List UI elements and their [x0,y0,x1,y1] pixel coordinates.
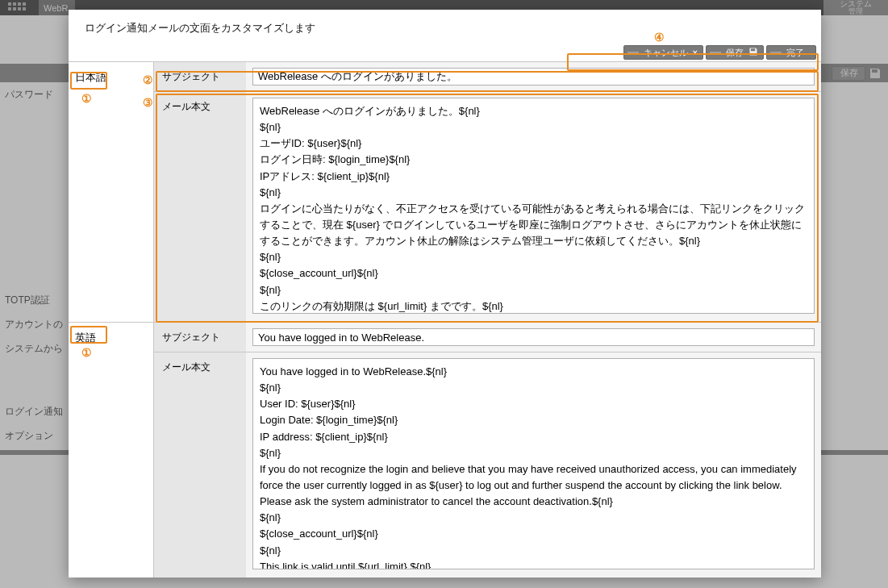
subject-input-ja[interactable] [252,68,815,85]
close-icon: × [693,48,698,57]
subject-field-cell-en [246,322,821,352]
lang-block-ja: 日本語 サブジェクト メール本文 [69,61,821,322]
button-dash-icon [770,52,782,53]
body-label-ja: メール本文 [153,91,246,322]
cancel-button[interactable]: キャンセル × [623,45,703,60]
subject-label-en: サブジェクト [153,322,246,352]
body-textarea-ja[interactable] [252,98,815,314]
lang-block-en: 英語 サブジェクト メール本文 [69,322,821,578]
lang-label-ja: 日本語 [69,61,153,322]
floppy-icon [748,47,758,58]
done-button[interactable]: 完了 [766,45,816,60]
cancel-label: キャンセル [644,47,688,59]
modal-toolbar: キャンセル × 保存 完了 [69,44,821,61]
button-dash-icon [710,52,721,53]
body-field-cell-en [246,352,821,578]
body-label-en: メール本文 [153,352,246,578]
lang-label-en: 英語 [69,322,153,578]
done-label: 完了 [786,47,804,59]
body-field-cell-ja [246,91,821,322]
button-dash-icon [627,52,639,53]
save-button[interactable]: 保存 [706,45,764,60]
subject-input-en[interactable] [252,328,815,346]
subject-field-cell-ja [246,61,821,91]
body-textarea-en[interactable] [252,358,815,569]
save-label: 保存 [726,47,744,59]
subject-label-ja: サブジェクト [153,61,246,91]
customize-mail-modal: ログイン通知メールの文面をカスタマイズします キャンセル × 保存 完了 日本語… [69,10,821,578]
modal-title: ログイン通知メールの文面をカスタマイズします [69,10,821,44]
